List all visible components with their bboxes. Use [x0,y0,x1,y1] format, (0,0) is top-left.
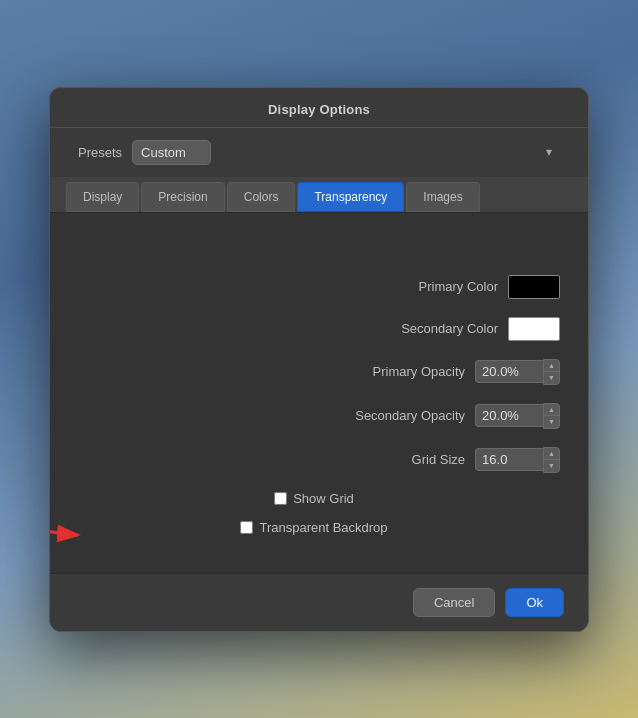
secondary-opacity-spinner: ▲ ▼ [475,403,560,429]
presets-select[interactable]: Custom [132,140,211,165]
show-grid-row: Show Grid [78,491,550,506]
transparent-backdrop-label: Transparent Backdrop [259,520,387,535]
tab-precision[interactable]: Precision [141,182,224,212]
primary-opacity-spinner: ▲ ▼ [475,359,560,385]
cancel-button[interactable]: Cancel [413,588,495,617]
secondary-opacity-down[interactable]: ▼ [544,416,559,428]
presets-wrapper: Custom [132,140,560,165]
presets-label: Presets [78,145,122,160]
grid-size-input[interactable] [475,448,543,471]
transparent-backdrop-checkbox[interactable] [240,521,253,534]
secondary-opacity-up[interactable]: ▲ [544,404,559,417]
title-text: Display Options [268,102,370,117]
grid-size-spinner: ▲ ▼ [475,447,560,473]
secondary-color-row: Secondary Color [78,317,560,341]
secondary-color-label: Secondary Color [401,321,498,336]
primary-color-row: Primary Color [78,275,560,299]
grid-size-arrows: ▲ ▼ [543,447,560,473]
tab-transparency[interactable]: Transparency [297,182,404,212]
grid-size-label: Grid Size [412,452,465,467]
secondary-color-swatch[interactable] [508,317,560,341]
dialog-title: Display Options [50,88,588,128]
primary-opacity-arrows: ▲ ▼ [543,359,560,385]
primary-opacity-up[interactable]: ▲ [544,360,559,373]
show-grid-label: Show Grid [293,491,354,506]
grid-size-row: Grid Size ▲ ▼ [78,447,560,473]
primary-color-label: Primary Color [419,279,498,294]
ok-button[interactable]: Ok [505,588,564,617]
secondary-opacity-arrows: ▲ ▼ [543,403,560,429]
footer: Cancel Ok [50,573,588,631]
primary-opacity-label: Primary Opacity [373,364,465,379]
tab-images[interactable]: Images [406,182,479,212]
tab-display[interactable]: Display [66,182,139,212]
show-grid-checkbox[interactable] [274,492,287,505]
transparent-backdrop-row: Transparent Backdrop [240,520,387,535]
primary-color-swatch[interactable] [508,275,560,299]
tabs-bar: Display Precision Colors Transparency Im… [50,177,588,213]
primary-opacity-input[interactable] [475,360,543,383]
transparent-backdrop-container: Transparent Backdrop [78,520,550,535]
primary-opacity-down[interactable]: ▼ [544,372,559,384]
dialog: Display Options Presets Custom Display P… [49,87,589,632]
secondary-opacity-input[interactable] [475,404,543,427]
primary-opacity-row: Primary Opacity ▲ ▼ [78,359,560,385]
secondary-opacity-label: Secondary Opacity [355,408,465,423]
presets-row: Presets Custom [50,128,588,177]
tab-colors[interactable]: Colors [227,182,296,212]
grid-size-up[interactable]: ▲ [544,448,559,461]
secondary-opacity-row: Secondary Opacity ▲ ▼ [78,403,560,429]
content-area: Primary Color Secondary Color Primary Op… [50,213,588,573]
grid-size-down[interactable]: ▼ [544,460,559,472]
